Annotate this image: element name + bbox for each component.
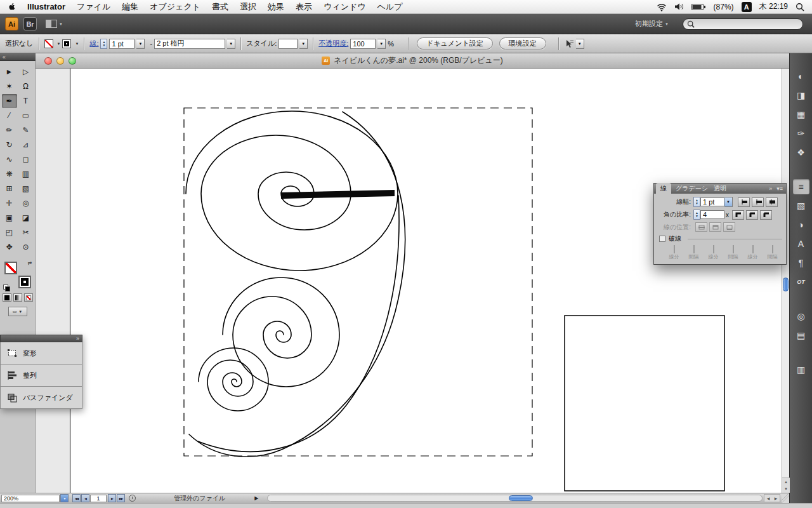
horizontal-scroll-thumb[interactable] (509, 495, 533, 501)
miter-join-button[interactable] (732, 210, 744, 220)
menu-type[interactable]: 書式 (212, 1, 228, 13)
volume-icon[interactable] (674, 3, 683, 11)
slice-tool[interactable]: ✂ (18, 225, 34, 239)
paintbrush-tool[interactable]: ✏ (2, 123, 17, 137)
rectangle-object[interactable] (565, 316, 724, 491)
tab-stroke[interactable]: 線 (656, 183, 671, 194)
brushes-panel-icon[interactable]: ✑ (793, 126, 809, 141)
spotlight-icon[interactable] (796, 3, 804, 11)
close-window-button[interactable] (44, 57, 52, 65)
stroke-panel-icon[interactable]: ≡ (793, 179, 809, 194)
bevel-join-button[interactable] (760, 210, 772, 220)
pencil-tool[interactable]: ✎ (18, 123, 34, 137)
color-guide-panel-icon[interactable]: ◨ (793, 88, 809, 103)
panel-collapse-icon[interactable]: » (769, 185, 772, 192)
warp-tool[interactable]: ∿ (2, 152, 17, 166)
document-setup-button[interactable]: ドキュメント設定 (417, 37, 493, 50)
wifi-icon[interactable] (657, 3, 667, 11)
zoom-field[interactable]: 200% (1, 495, 60, 502)
stroke-width-dropdown[interactable]: ▼ (136, 39, 145, 49)
round-join-button[interactable] (746, 210, 758, 220)
arrange-documents-button[interactable]: ▼ (46, 20, 63, 28)
opacity-field[interactable]: 100 (350, 39, 376, 49)
stroke-weight-field[interactable]: 1 pt (700, 197, 724, 206)
menu-select[interactable]: 選択 (240, 1, 256, 13)
chevron-down-icon[interactable]: ▼ (75, 42, 79, 46)
vertical-scroll-thumb[interactable] (783, 277, 789, 291)
minimize-window-button[interactable] (56, 57, 64, 65)
menu-view[interactable]: 表示 (296, 1, 312, 13)
projecting-cap-button[interactable] (766, 197, 778, 207)
free-transform-tool[interactable]: ◻ (18, 152, 34, 166)
first-artboard-button[interactable]: ◀◀ (72, 494, 81, 502)
tab-transparency[interactable]: 透明 (709, 183, 731, 194)
app-menu-illustrator[interactable]: Illustrator (27, 2, 65, 11)
dash-field-3[interactable] (752, 245, 754, 253)
opentype-panel-icon[interactable]: OT (793, 274, 809, 290)
gradient-button[interactable] (13, 293, 22, 302)
stroke-weight-dropdown[interactable]: ▼ (724, 197, 733, 207)
stroke-color-swatch[interactable] (18, 276, 31, 288)
links-panel-icon[interactable]: ▥ (793, 362, 809, 377)
gradient-panel-icon[interactable]: ▧ (793, 198, 809, 213)
screen-mode-button[interactable]: ▭▼ (8, 307, 27, 316)
bridge-app-icon[interactable]: Br (23, 17, 37, 30)
scale-tool[interactable]: ⊿ (18, 138, 34, 152)
fill-swatch[interactable] (44, 39, 53, 48)
next-artboard-button[interactable]: ▶ (108, 494, 116, 502)
menu-window[interactable]: ウィンドウ (324, 1, 366, 13)
lasso-tool[interactable]: Ω (18, 79, 34, 93)
spiral-middle[interactable] (223, 277, 339, 387)
stroke-width-field[interactable]: 1 pt (109, 39, 134, 49)
gap-field-2[interactable] (733, 245, 734, 253)
workspace-switcher[interactable]: 初期設定▼ (635, 19, 669, 29)
round-cap-button[interactable] (752, 197, 764, 207)
selection-options-icon[interactable] (564, 39, 574, 49)
input-source-badge[interactable]: A (742, 2, 752, 12)
eyedropper-tool[interactable]: ✛ (2, 196, 17, 210)
stroke-panel-link[interactable]: 線: (89, 39, 98, 48)
graph-tool[interactable]: ▥ (18, 167, 34, 181)
clock-status-icon[interactable] (129, 495, 136, 502)
menu-help[interactable]: ヘルプ (377, 1, 403, 13)
style-dropdown[interactable]: ▼ (299, 39, 308, 49)
apple-menu-icon[interactable] (8, 2, 16, 11)
dash-field-2[interactable] (713, 245, 714, 253)
miter-limit-stepper[interactable]: ▲▼ (693, 210, 700, 220)
line-segment-tool[interactable]: ⁄ (2, 109, 17, 123)
zoom-dropdown[interactable]: ▼ (60, 494, 69, 502)
appearance-panel-icon[interactable]: A (793, 236, 809, 251)
fill-color-swatch[interactable] (4, 262, 17, 274)
document-title-bar[interactable]: Ai ネイビルくんの夢.ai* @ 200% (RGB/プレビュー) (36, 53, 789, 69)
blend-tool[interactable]: ◎ (18, 196, 34, 210)
panel-item-align[interactable]: 整列 (0, 364, 82, 387)
color-button[interactable] (3, 293, 11, 302)
menu-effect[interactable]: 効果 (268, 1, 284, 13)
menu-object[interactable]: オブジェクト (150, 1, 200, 13)
dash-field-1[interactable] (674, 245, 675, 253)
hand-tool[interactable]: ✥ (2, 240, 17, 254)
gap-field-1[interactable] (693, 245, 695, 253)
window-resize-grip[interactable] (782, 493, 789, 503)
brush-dropdown[interactable]: ▼ (227, 39, 235, 49)
tail-outer-curve[interactable] (189, 112, 405, 457)
preferences-button[interactable]: 環境設定 (499, 37, 546, 50)
artboard-number-field[interactable]: 1 (90, 495, 107, 502)
rectangle-tool[interactable]: ▭ (18, 109, 34, 123)
stroke-width-stepper[interactable]: ▲▼ (100, 39, 107, 49)
battery-icon[interactable] (691, 3, 706, 11)
paragraph-panel-icon[interactable]: ¶ (793, 255, 809, 271)
stroke-swatch[interactable] (62, 39, 71, 48)
zoom-window-button[interactable] (69, 57, 76, 65)
transparency-panel-icon[interactable]: ◑ (793, 217, 809, 232)
expand-dock-icon[interactable]: » (76, 335, 79, 342)
default-fill-stroke-icon[interactable] (3, 284, 10, 290)
search-field[interactable] (683, 18, 803, 30)
crop-area-tool[interactable]: ◰ (2, 225, 17, 239)
swap-fill-stroke-icon[interactable]: ⇄ (28, 260, 32, 266)
direct-selection-tool[interactable]: ▷ (18, 65, 34, 79)
rotate-tool[interactable]: ↻ (2, 138, 17, 152)
vertical-scroll-arrows[interactable]: ▲▼ (782, 478, 790, 493)
previous-artboard-button[interactable]: ◀ (81, 494, 89, 502)
color-panel-icon[interactable]: ◐ (793, 69, 809, 84)
